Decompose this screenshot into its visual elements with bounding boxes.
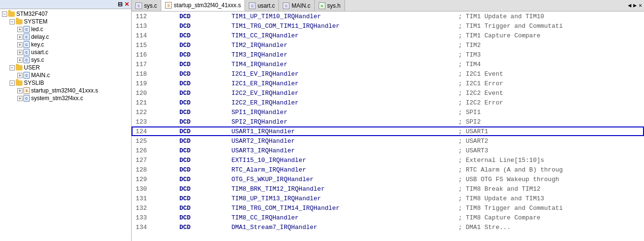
tree-item-usart[interactable]: + C usart.c [0, 48, 131, 56]
code-keyword: DCD [151, 88, 217, 98]
line-number: 117 [132, 59, 151, 69]
code-handler: USART2_IRQHandler [217, 136, 430, 146]
code-keyword: DCD [151, 126, 217, 136]
tab-close-btn[interactable]: ✕ [639, 2, 642, 9]
code-keyword: DCD [151, 107, 217, 117]
code-keyword: DCD [151, 31, 217, 40]
line-number: 123 [132, 117, 151, 126]
tree-label-syslib: SYSLIB [24, 80, 44, 86]
code-handler: TIM3_IRQHandler [217, 50, 430, 59]
code-handler: TIM8_UP_TIM13_IRQHandler [217, 194, 430, 203]
table-row: 128DCDRTC_Alarm_IRQHandler; RTC Alarm (A… [132, 165, 644, 174]
code-comment: ; TIM1 Update and TIM10 [430, 11, 644, 21]
line-number: 126 [132, 146, 151, 155]
code-comment: ; TIM8 Break and TIM12 [430, 184, 644, 194]
tree-label-usart: usart.c [31, 49, 48, 56]
dock-icon[interactable]: ⊟ [118, 1, 122, 8]
expand-startup[interactable]: + [17, 88, 22, 93]
expand-key[interactable]: + [17, 42, 22, 47]
code-comment: ; RTC Alarm (A and B) throug [430, 165, 644, 174]
code-table: 112DCDTIM1_UP_TIM10_IRQHandler; TIM1 Upd… [132, 11, 644, 232]
table-row: 116DCDTIM3_IRQHandler; TIM3 [132, 50, 644, 59]
code-keyword: DCD [151, 203, 217, 213]
tree-item-startup[interactable]: + S startup_stm32f40_41xxx.s [0, 87, 131, 94]
tab-scroll-right[interactable]: ▶ [633, 2, 637, 9]
expand-delay[interactable]: + [17, 34, 22, 40]
table-row: 121DCDI2C2_ER_IRQHandler; I2C2 Error [132, 98, 644, 107]
file-icon-main: C [23, 72, 30, 79]
expand-usart[interactable]: + [17, 50, 22, 55]
expand-sys[interactable]: + [17, 57, 22, 63]
tree-item-syslib[interactable]: − SYSLIB [0, 79, 131, 87]
project-header-icons: ⊟ ✕ [118, 1, 129, 8]
tree-label-sys: sys.c [31, 57, 44, 63]
collapse-syslib[interactable]: − [10, 80, 15, 86]
code-comment: ; I2C2 Event [430, 88, 644, 98]
tab-sys-h[interactable]: H sys.h [315, 0, 345, 11]
code-handler: I2C1_EV_IRQHandler [217, 69, 430, 79]
code-comment: ; I2C1 Event [430, 69, 644, 79]
tab-label-startup-s: startup_stm32f40_41xxx.s [174, 2, 241, 9]
line-number: 130 [132, 184, 151, 194]
code-comment: ; External Line[15:10]s [430, 155, 644, 165]
code-comment: ; USART1 [430, 126, 644, 136]
tree-item-system[interactable]: − SYSTEM [0, 18, 131, 25]
collapse-system[interactable]: − [10, 19, 15, 24]
tree-label-led: led.c [31, 26, 43, 33]
line-number: 120 [132, 88, 151, 98]
collapse-user[interactable]: − [10, 65, 15, 70]
table-row: 112DCDTIM1_UP_TIM10_IRQHandler; TIM1 Upd… [132, 11, 644, 21]
code-keyword: DCD [151, 136, 217, 146]
line-number: 112 [132, 11, 151, 21]
tree-item-stm32f407[interactable]: − STM32F407 [0, 10, 131, 18]
expand-main[interactable]: + [17, 73, 22, 78]
code-area[interactable]: 112DCDTIM1_UP_TIM10_IRQHandler; TIM1 Upd… [132, 11, 644, 241]
file-icon-startup: S [23, 87, 30, 94]
project-header: ⊟ ✕ [0, 0, 131, 9]
file-icon-delay: C [23, 34, 30, 40]
tree-item-user[interactable]: − USER [0, 64, 131, 71]
tree-item-delay[interactable]: + C delay.c [0, 33, 131, 41]
collapse-stm32f407[interactable]: − [2, 11, 7, 17]
table-row: 113DCDTIM1_TRG_COM_TIM11_IRQHandler; TIM… [132, 21, 644, 31]
line-number: 134 [132, 222, 151, 232]
tab-main-c[interactable]: C MAIN.c [279, 0, 314, 11]
line-number: 125 [132, 136, 151, 146]
table-row: 120DCDI2C2_EV_IRQHandler; I2C2 Event [132, 88, 644, 98]
code-comment: ; TIM4 [430, 59, 644, 69]
code-keyword: DCD [151, 21, 217, 31]
tree-item-key[interactable]: + C key.c [0, 41, 131, 48]
table-row: 131DCDTIM8_UP_TIM13_IRQHandler; TIM8 Upd… [132, 194, 644, 203]
table-row: 129DCDOTG_FS_WKUP_IRQHandler; USB OTG FS… [132, 174, 644, 184]
tab-label-sys-c: sys.c [144, 2, 157, 9]
line-number: 119 [132, 79, 151, 88]
code-keyword: DCD [151, 117, 217, 126]
table-row: 124DCDUSART1_IRQHandler; USART1 [132, 126, 644, 136]
tab-scroll-left[interactable]: ◀ [628, 2, 631, 9]
table-row: 133DCDTIM8_CC_IRQHandler; TIM8 Capture C… [132, 213, 644, 222]
tab-usart-c[interactable]: C usart.c [245, 0, 279, 11]
tree-item-system-stm32[interactable]: + C system_stm32f4xx.c [0, 94, 131, 102]
table-row: 119DCDI2C1_ER_IRQHandler; I2C1 Error [132, 79, 644, 88]
tree-item-led[interactable]: + C led.c [0, 25, 131, 33]
code-keyword: DCD [151, 155, 217, 165]
code-handler: TIM1_CC_IRQHandler [217, 31, 430, 40]
expand-system-stm32[interactable]: + [17, 96, 22, 101]
tab-startup-s[interactable]: S startup_stm32f40_41xxx.s [161, 0, 245, 11]
tab-sys-c[interactable]: C sys.c [132, 0, 161, 11]
file-icon-led: C [23, 26, 30, 33]
code-handler: TIM8_TRG_COM_TIM14_IRQHandler [217, 203, 430, 213]
right-panel: C sys.c S startup_stm32f40_41xxx.s C usa… [132, 0, 644, 241]
line-number: 116 [132, 50, 151, 59]
tree-item-main[interactable]: + C MAIN.c [0, 71, 131, 79]
folder-icon-stm32f407 [8, 11, 15, 17]
folder-icon-system [16, 19, 22, 24]
code-keyword: DCD [151, 194, 217, 203]
expand-led[interactable]: + [17, 27, 22, 32]
code-handler: I2C2_EV_IRQHandler [217, 88, 430, 98]
code-comment: ; TIM1 Capture Compare [430, 31, 644, 40]
close-icon[interactable]: ✕ [124, 1, 129, 8]
code-comment: ; TIM8 Trigger and Commutati [430, 203, 644, 213]
tree-item-sys[interactable]: + C sys.c [0, 56, 131, 64]
tree-label-delay: delay.c [31, 34, 49, 40]
